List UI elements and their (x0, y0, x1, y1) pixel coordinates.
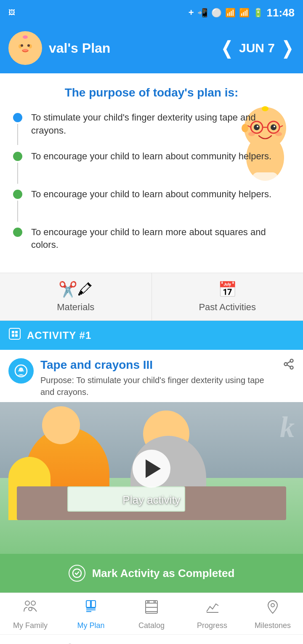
android-nav-bar: ❬ ○ □ (0, 634, 303, 644)
bluetooth-icon: +︎ (189, 7, 194, 18)
tabs: ✂️🖍 Materials 📅 Past Activities (0, 273, 303, 321)
svg-point-38 (25, 601, 29, 605)
svg-line-36 (287, 362, 290, 364)
mark-completed-button[interactable]: Mark Activity as Completed (0, 554, 303, 593)
prev-date-button[interactable]: ❬ (219, 38, 234, 59)
battery-icon: 🔋 (253, 8, 263, 18)
checkmark-icon (69, 565, 85, 582)
signal-icon: 📶 (239, 8, 250, 18)
catalog-icon (144, 599, 159, 619)
dot-container (13, 188, 23, 222)
svg-point-39 (31, 601, 35, 605)
dot-container (13, 150, 23, 184)
play-icon (146, 459, 161, 478)
purpose-text: To encourage your child to learn about c… (31, 150, 290, 172)
materials-icon: ✂️🖍 (58, 281, 93, 298)
activity-card-header: Tape and crayons III Purpose: To stimula… (8, 358, 295, 398)
app-header: val's Plan ❬ JUN 7 ❭ (0, 25, 303, 73)
bottom-nav: My Family My Plan Catalog (0, 593, 303, 634)
svg-line-35 (287, 365, 290, 367)
purpose-item: To encourage your child to learn about c… (13, 150, 290, 184)
dot-container (13, 226, 23, 237)
connector-line (17, 201, 18, 222)
svg-rect-26 (12, 334, 14, 337)
purpose-text: To encourage your child to learn about c… (31, 188, 290, 209)
svg-point-9 (262, 106, 268, 111)
nav-catalog[interactable]: Catalog (121, 599, 182, 630)
activity-header-bar: ACTIVITY #1 (0, 321, 303, 350)
svg-point-3 (21, 44, 23, 47)
milestones-icon (265, 599, 281, 619)
tab-materials[interactable]: ✂️🖍 Materials (0, 273, 152, 320)
nav-my-plan[interactable]: My Plan (61, 599, 121, 630)
svg-point-40 (29, 607, 32, 611)
svg-point-30 (18, 370, 20, 372)
activity-card-icon (8, 358, 34, 384)
purpose-dot-green (13, 152, 22, 161)
purpose-section: The purpose of today's plan is: (0, 73, 303, 273)
svg-rect-25 (15, 331, 18, 333)
dot-container (13, 111, 23, 145)
gallery-icon: 🖼 (8, 9, 15, 16)
home-button[interactable]: ○ (149, 641, 157, 644)
connector-line (17, 124, 18, 145)
tab-past-activities-label: Past Activities (199, 302, 256, 313)
nav-progress[interactable]: Progress (182, 599, 242, 630)
next-date-button[interactable]: ❭ (280, 38, 295, 59)
svg-rect-51 (154, 601, 155, 603)
purpose-item: To encourage your child to learn more ab… (13, 226, 290, 260)
tab-materials-label: Materials (57, 302, 94, 313)
activity-title: Tape and crayons III (40, 358, 276, 372)
bluetooth-icon: 📲 (197, 8, 208, 18)
svg-point-31 (22, 370, 24, 372)
purpose-text: To encourage your child to learn more ab… (31, 226, 290, 260)
purpose-dot-green (13, 228, 22, 237)
nav-milestones[interactable]: Milestones (242, 599, 303, 630)
svg-rect-24 (12, 331, 14, 333)
avatar (8, 31, 42, 65)
svg-rect-23 (9, 328, 20, 339)
activity-number-label: ACTIVITY #1 (27, 330, 91, 341)
status-bar: 🖼 +︎ 📲 ⚪ 📶 📶 🔋 11:48 (0, 0, 303, 25)
svg-point-6 (23, 35, 28, 39)
mark-completed-label: Mark Activity as Completed (92, 567, 235, 580)
video-overlay: Play activity (0, 402, 303, 554)
share-button[interactable] (283, 358, 295, 373)
purpose-text: To stimulate your child's finger dexteri… (31, 111, 290, 146)
play-label: Play activity (122, 494, 180, 507)
back-button[interactable]: ❬ (63, 641, 74, 644)
nav-milestones-label: Milestones (255, 621, 291, 630)
activity-purpose: Purpose: To stimulate your child's finge… (40, 374, 276, 398)
play-button[interactable] (133, 450, 170, 488)
calendar-icon: 📅 (218, 281, 237, 298)
current-date: JUN 7 (239, 41, 275, 55)
svg-rect-27 (15, 334, 18, 337)
svg-point-53 (271, 604, 274, 607)
purpose-item: To stimulate your child's finger dexteri… (13, 111, 290, 146)
nav-progress-label: Progress (197, 621, 227, 630)
activity-header-icon (8, 327, 21, 343)
purpose-dot-blue (13, 113, 22, 122)
plan-title: val's Plan (49, 40, 213, 56)
plan-icon (83, 599, 99, 619)
family-icon (22, 599, 38, 619)
status-time: 11:48 (267, 6, 295, 19)
progress-icon (204, 599, 220, 619)
nav-my-family[interactable]: My Family (0, 599, 61, 630)
nav-my-plan-label: My Plan (77, 621, 104, 630)
nav-catalog-label: Catalog (138, 621, 165, 630)
svg-point-0 (13, 35, 37, 59)
activity-info: Tape and crayons III Purpose: To stimula… (40, 358, 276, 398)
nav-my-family-label: My Family (13, 621, 48, 630)
activity-card: Tape and crayons III Purpose: To stimula… (0, 350, 303, 398)
status-bar-right: +︎ 📲 ⚪ 📶 📶 🔋 11:48 (189, 6, 295, 19)
wifi-icon: 📶 (225, 8, 236, 18)
svg-rect-50 (148, 601, 149, 603)
purpose-item: To encourage your child to learn about c… (13, 188, 290, 222)
minus-icon: ⚪ (211, 8, 222, 18)
purpose-dot-green (13, 190, 22, 199)
date-navigation: ❬ JUN 7 ❭ (219, 38, 295, 59)
video-player[interactable]: k Play activity (0, 402, 303, 554)
svg-point-4 (27, 44, 30, 47)
tab-past-activities[interactable]: 📅 Past Activities (152, 273, 303, 320)
